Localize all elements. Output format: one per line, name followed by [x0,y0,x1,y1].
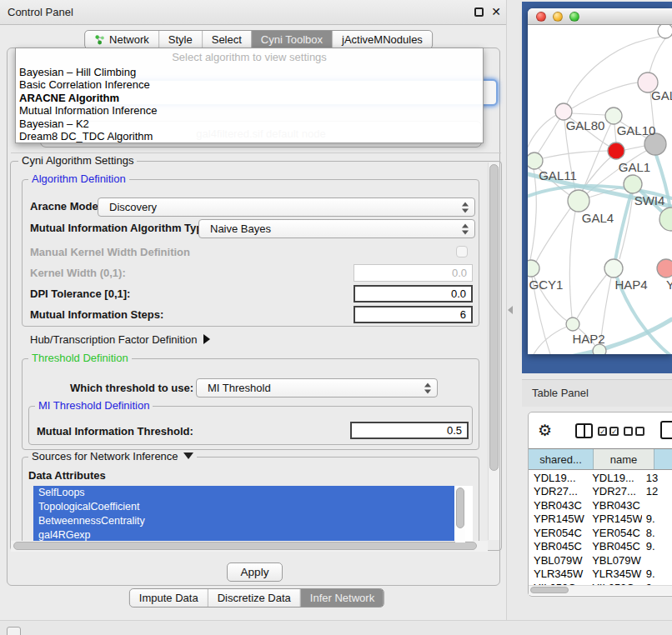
control-panel-title: Control Panel [8,0,73,24]
table-cell: YDR27... [587,485,642,498]
gear-icon[interactable]: ⚙ [538,421,552,440]
tab-jactivemnodules[interactable]: jActiveMNodules [332,31,432,48]
network-node-gal4[interactable] [568,190,589,212]
network-canvas[interactable]: GALGAL80GAL10GAL1GAL11SWI4GAL4GCY1HAP4YH… [528,25,672,354]
scrollbar-thumb[interactable] [489,164,499,471]
scrollbar-thumb[interactable] [530,587,569,593]
tab-impute-data[interactable]: Impute Data [130,589,208,607]
algorithm-option-mutual-information-inference[interactable]: Mutual Information Inference [19,104,479,117]
table-row[interactable]: YBR045CYBR045C9. [529,540,672,554]
table-row[interactable]: YBL079WYBL079W [529,553,672,568]
data-attributes-list[interactable]: SelfLoopsTopologicalCoefficientBetweenne… [33,486,473,544]
network-node-hap2[interactable] [566,318,579,331]
table-row[interactable]: YDL19...YDL19...13 [529,471,672,485]
network-node-hap4[interactable] [604,259,623,278]
zoom-traffic-light-icon[interactable] [569,12,579,22]
control-panel-tabs: NetworkStyleSelectCyni ToolboxjActiveMNo… [84,30,433,49]
tab-cyni-toolbox[interactable]: Cyni Toolbox [251,31,332,48]
column-header-shared[interactable]: shared... [529,449,594,469]
deselect-all-checkbox-icon[interactable] [635,427,644,436]
algorithm-options: Bayesian – Hill ClimbingBasic Correlatio… [19,66,479,142]
aracne-mode-combobox[interactable]: Discovery [98,198,475,217]
select-all-checkbox-icon[interactable]: ✓ [598,427,607,436]
columns-icon[interactable] [575,423,593,438]
table-row[interactable]: YPR145WYPR145W9. [529,512,672,527]
algorithm-option-bayesian-hill-climbing[interactable]: Bayesian – Hill Climbing [19,66,479,78]
dpi-tolerance-label: DPI Tolerance [0,1]: [30,288,130,300]
manual-kernel-checkbox[interactable] [456,246,468,258]
tab-label: Style [168,33,193,46]
attributes-scrollbar[interactable] [455,487,465,542]
node-label-gal1: GAL1 [619,160,650,174]
algorithm-option-basic-correlation-inference[interactable]: Basic Correlation Inference [19,78,479,91]
column-header-name[interactable]: name [594,449,654,469]
node-label-hap4: HAP4 [614,278,647,292]
settings-vertical-scrollbar[interactable] [488,162,499,540]
network-edge-thick [615,193,631,260]
mi-threshold-label: Mutual Information Threshold: [37,426,193,438]
dpi-tolerance-field[interactable]: 0.0 [354,285,473,302]
table-mode-icon[interactable] [660,421,672,439]
table-row[interactable]: YBR043CYBR043C [529,498,672,512]
table-panel-title: Table Panel [532,380,589,407]
aracne-mode-label: Aracne Mode: [30,201,102,212]
control-panel-window: Control Panel ✕ NetworkStyleSelectCyni T… [0,0,507,620]
scrollbar-thumb[interactable] [456,488,464,528]
table-cell: 12 [642,485,672,498]
mi-threshold-field[interactable]: 0.5 [350,422,469,439]
algorithm-option-dream8-dc-tdc-algorithm[interactable]: Dream8 DC_TDC Algorithm [19,130,479,142]
algorithm-option-bayesian-k2[interactable]: Bayesian – K2 [19,118,479,130]
apply-button[interactable]: Apply [227,562,283,582]
network-node-top-partial[interactable] [658,25,672,38]
kernel-width-field[interactable]: 0.0 [354,264,473,282]
table-row[interactable]: YER054CYER054C8. [529,526,672,540]
mi-type-value: Naive Bayes [210,222,271,235]
table-horizontal-scrollbar[interactable] [529,585,672,595]
table-row[interactable]: YDR27...YDR27...12 [529,485,672,499]
sources-title[interactable]: Sources for Network Inference [28,451,197,462]
deselect-all-checkbox-icon[interactable] [624,427,633,436]
network-edge [569,212,575,318]
table-cell: 9. [642,512,672,525]
table-cell: YBR043C [587,499,642,512]
settings-horizontal-scrollbar[interactable] [11,541,488,552]
tab-select[interactable]: Select [202,31,251,48]
select-all-checkbox-icon[interactable]: ✓ [609,427,619,436]
tab-style[interactable]: Style [158,31,202,48]
data-attribute-option[interactable]: BetweennessCentrality [33,514,454,528]
hub-definition-expander[interactable]: Hub/Transcription Factor Definition [30,334,210,346]
close-icon[interactable]: ✕ [491,0,501,24]
network-node-gal10[interactable] [605,108,622,124]
float-window-icon[interactable] [474,8,484,17]
algorithm-option-aracne-algorithm[interactable]: ARACNE Algorithm [19,92,479,104]
network-node-gal1[interactable] [624,175,642,193]
splitter-collapse-arrow[interactable] [508,306,513,314]
network-node-gcy1[interactable] [528,260,539,277]
restore-panel-icon[interactable] [7,627,21,635]
minimize-traffic-light-icon[interactable] [553,12,563,22]
tab-network[interactable]: Network [85,31,158,48]
table-cell: YDL19... [529,472,587,484]
node-label-swi4: SWI4 [634,193,665,208]
table-row[interactable]: YLR345WYLR345W9. [529,568,672,582]
table-header-row: shared...nameA [529,448,672,470]
which-threshold-combobox[interactable]: MI Threshold [196,378,438,398]
network-node-salmon-node[interactable] [657,259,672,278]
scrollbar-thumb[interactable] [13,542,477,550]
network-node-red-node[interactable] [608,142,624,159]
network-node-gal11[interactable] [528,152,543,169]
table-cell: YPR145W [529,512,587,525]
mi-steps-field[interactable]: 6 [354,306,473,323]
data-attribute-option[interactable]: SelfLoops [33,486,454,500]
mi-type-combobox[interactable]: Naive Bayes [198,219,475,238]
close-traffic-light-icon[interactable] [536,12,546,22]
column-header-a[interactable]: A [654,449,672,469]
tab-infer-network[interactable]: Infer Network [300,589,384,607]
tab-label: Network [109,33,149,46]
table-cell: YLR345W [529,568,587,580]
data-attribute-option[interactable]: TopologicalCoefficient [33,500,454,514]
bottom-strip [0,620,672,635]
network-node-gal80[interactable] [555,103,572,120]
tab-discretize-data[interactable]: Discretize Data [208,589,300,607]
spinner-arrows-icon [424,382,431,393]
